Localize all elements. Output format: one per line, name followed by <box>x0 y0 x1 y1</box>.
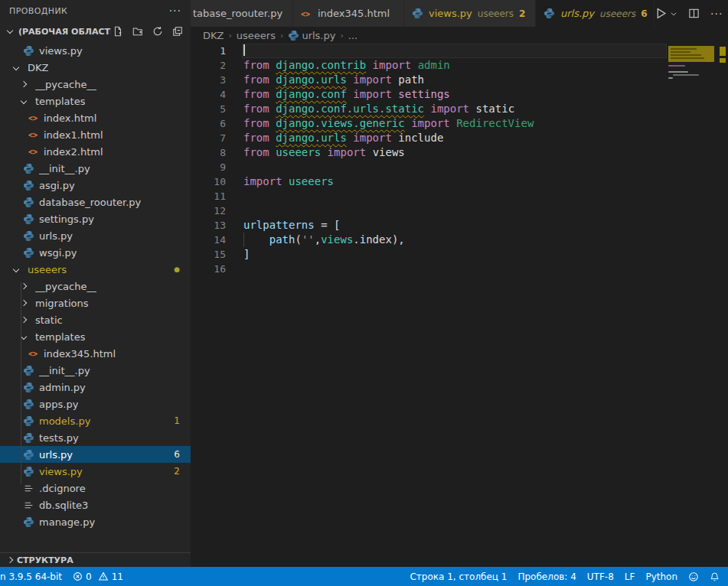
status-indentation[interactable]: Пробелов: 4 <box>512 567 581 586</box>
tree-item-views-py[interactable]: views.py <box>0 42 191 59</box>
status-cursor-position[interactable]: Строка 1, столбец 1 <box>404 567 512 586</box>
code-token: useeers <box>289 175 334 187</box>
code-line-6[interactable]: 6from django.views.generic import Redire… <box>191 116 728 131</box>
tree-item-init-py[interactable]: __init__.py <box>0 160 191 177</box>
workspace-label: (РАБОЧАЯ ОБЛАСТЬ) ... <box>18 27 111 37</box>
explorer-more-actions-icon[interactable]: ··· <box>169 5 181 17</box>
tree-item-apps-py[interactable]: apps.py <box>0 396 191 412</box>
chevron-down-icon <box>21 99 32 103</box>
tree-item-tests-py[interactable]: tests.py <box>0 429 191 446</box>
feedback-button[interactable] <box>683 567 704 586</box>
chevron-glyph <box>21 317 27 323</box>
tab-label: views.py <box>429 8 472 19</box>
line-number: 6 <box>191 116 226 131</box>
minimap[interactable] <box>668 44 717 567</box>
error-icon <box>73 571 83 581</box>
status-encoding[interactable]: UTF-8 <box>582 567 619 586</box>
code-line-1[interactable]: 1 <box>191 44 728 58</box>
collapse-folders-button[interactable] <box>171 24 184 38</box>
code-line-14[interactable]: 14 path('',views.index), <box>191 233 728 247</box>
tree-item-templates[interactable]: templates <box>0 328 191 345</box>
tree-item-wsgi-py[interactable]: wsgi.py <box>0 244 191 261</box>
tree-item-urls-py[interactable]: urls.py6 <box>0 446 191 463</box>
tree-item-label: migrations <box>35 298 89 309</box>
chevron-glyph <box>13 266 19 272</box>
tree-item-dcignore[interactable]: .dcignore <box>0 480 191 496</box>
code-line-12[interactable]: 12 <box>191 203 728 218</box>
code-line-8[interactable]: 8from useeers import views <box>191 145 728 160</box>
tree-item-views-py[interactable]: views.py2 <box>0 463 191 480</box>
tree-item-models-py[interactable]: models.py1 <box>0 412 191 429</box>
line-number: 5 <box>191 102 226 116</box>
code-editor[interactable]: 12from django.contrib import admin3from … <box>191 44 728 567</box>
overview-ruler[interactable] <box>717 44 728 567</box>
code-line-9[interactable]: 9 <box>191 160 728 174</box>
new-file-button[interactable] <box>111 24 125 38</box>
tree-item-urls-py[interactable]: urls.py <box>0 227 191 244</box>
code-token: import <box>353 88 392 100</box>
breadcrumb: DKZ › useeers › urls.py › ... <box>191 27 728 44</box>
code-line-10[interactable]: 10import useeers <box>191 174 728 189</box>
code-line-13[interactable]: 13urlpatterns = [ <box>191 218 728 233</box>
tree-item-init-py[interactable]: __init__.py <box>0 362 191 379</box>
status-eol[interactable]: LF <box>619 567 641 586</box>
code-line-2[interactable]: 2from django.contrib import admin <box>191 58 728 73</box>
line-content: path('',views.index), <box>226 233 405 247</box>
notifications-button[interactable] <box>704 567 725 586</box>
tree-item-label: urls.py <box>39 449 73 461</box>
status-python-interpreter[interactable]: n 3.9.5 64-bit <box>0 567 67 586</box>
tree-item-asgi-py[interactable]: asgi.py <box>0 177 191 194</box>
tree-item-label: wsgi.py <box>39 247 77 259</box>
tree-item-index345-html[interactable]: <>index345.html <box>0 345 191 362</box>
refresh-button[interactable] <box>151 24 165 38</box>
breadcrumb-item-urls-py[interactable]: urls.py <box>288 30 335 41</box>
code-token: . <box>353 233 359 246</box>
tab-views-py[interactable]: views.pyuseeers2 <box>404 0 536 27</box>
tree-item-index-html[interactable]: <>index.html <box>0 109 191 126</box>
tree-item-templates[interactable]: templates <box>0 93 191 109</box>
code-token: from <box>243 146 269 158</box>
python-icon <box>22 448 34 461</box>
code-line-5[interactable]: 5from django.conf.urls.static import sta… <box>191 102 728 116</box>
line-content <box>226 44 245 58</box>
new-folder-button[interactable] <box>131 24 145 38</box>
more-actions-button[interactable]: ··· <box>710 8 723 20</box>
tree-item-pycache[interactable]: __pycache__ <box>0 278 191 295</box>
tree-item-migrations[interactable]: migrations <box>0 295 191 311</box>
breadcrumb-item-useeers[interactable]: useeers <box>237 30 276 41</box>
tab-urls-py[interactable]: urls.pyuseeers6× <box>536 0 655 27</box>
code-line-7[interactable]: 7from django.urls import include <box>191 131 728 145</box>
code-line-3[interactable]: 3from django.urls import path <box>191 73 728 87</box>
tree-item-database-roouter-py[interactable]: database_roouter.py <box>0 194 191 210</box>
outline-section-header[interactable]: СТРУКТУРА <box>0 552 191 567</box>
python-icon <box>22 162 34 174</box>
tree-item-index1-html[interactable]: <>index1.html <box>0 126 191 143</box>
tab-problem-count: 6 <box>641 8 647 19</box>
code-line-4[interactable]: 4from django.conf import settings <box>191 87 728 102</box>
workspace-section-header[interactable]: (РАБОЧАЯ ОБЛАСТЬ) ... <box>0 21 191 41</box>
status-problems[interactable]: 0 11 <box>67 567 129 586</box>
code-line-11[interactable]: 11 <box>191 189 728 203</box>
problem-count-badge: 1 <box>174 415 180 426</box>
tree-item-pycache[interactable]: __pycache__ <box>0 76 191 93</box>
tree-item-static[interactable]: static <box>0 311 191 328</box>
tab-index345-html[interactable]: <>index345.html <box>293 0 404 27</box>
status-language-mode[interactable]: Python <box>640 567 683 586</box>
tree-item-manage-py[interactable]: manage.py <box>0 513 191 530</box>
code-line-15[interactable]: 15] <box>191 247 728 262</box>
breadcrumb-item-dkz[interactable]: DKZ <box>203 30 224 41</box>
tree-item-dkz[interactable]: DKZ <box>0 59 191 76</box>
tree-item-db-sqlite3[interactable]: db.sqlite3 <box>0 496 191 513</box>
code-token: path <box>398 73 424 86</box>
tree-item-useeers[interactable]: useeers● <box>0 261 191 278</box>
tab-tabase-roouter-py[interactable]: tabase_roouter.py <box>191 0 293 27</box>
python-icon <box>22 415 34 427</box>
python-icon <box>22 196 34 208</box>
run-python-file-button[interactable] <box>655 7 677 20</box>
tree-item-settings-py[interactable]: settings.py <box>0 210 191 227</box>
breadcrumb-item-symbols[interactable]: ... <box>348 30 357 41</box>
split-editor-button[interactable] <box>688 8 700 19</box>
tree-item-admin-py[interactable]: admin.py <box>0 379 191 396</box>
code-line-16[interactable]: 16 <box>191 262 728 276</box>
tree-item-index2-html[interactable]: <>index2.html <box>0 143 191 160</box>
